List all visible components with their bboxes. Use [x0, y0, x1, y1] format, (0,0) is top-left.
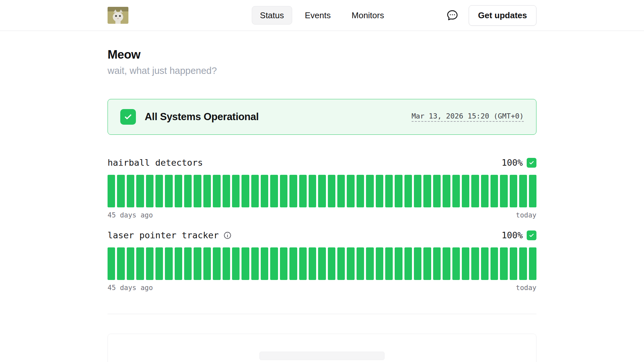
uptime-bar[interactable]: [203, 247, 211, 280]
tab-status[interactable]: Status: [252, 6, 292, 25]
uptime-bar[interactable]: [462, 175, 469, 207]
uptime-bar[interactable]: [280, 247, 287, 280]
uptime-bar[interactable]: [309, 175, 316, 207]
uptime-bar[interactable]: [490, 175, 498, 207]
uptime-bar[interactable]: [414, 175, 421, 207]
uptime-bar[interactable]: [357, 175, 364, 207]
uptime-bar[interactable]: [328, 247, 335, 280]
uptime-bar[interactable]: [127, 175, 134, 207]
uptime-bar[interactable]: [366, 175, 373, 207]
uptime-bar[interactable]: [395, 175, 402, 207]
uptime-bar[interactable]: [155, 175, 163, 207]
uptime-bar[interactable]: [261, 247, 268, 280]
uptime-bar[interactable]: [318, 175, 326, 207]
uptime-bar[interactable]: [462, 247, 469, 280]
uptime-bar[interactable]: [529, 247, 536, 280]
uptime-bar[interactable]: [203, 175, 211, 207]
uptime-bar[interactable]: [184, 247, 192, 280]
feedback-bubble-button[interactable]: [445, 8, 460, 22]
uptime-bar[interactable]: [385, 247, 393, 280]
uptime-bar[interactable]: [404, 175, 412, 207]
uptime-bar[interactable]: [261, 175, 268, 207]
uptime-bar[interactable]: [481, 247, 489, 280]
uptime-bar[interactable]: [481, 175, 489, 207]
uptime-bar[interactable]: [194, 247, 201, 280]
uptime-bar[interactable]: [136, 175, 144, 207]
uptime-bar[interactable]: [519, 247, 527, 280]
uptime-bar[interactable]: [136, 247, 144, 280]
tab-monitors[interactable]: Monitors: [344, 6, 392, 25]
uptime-bar[interactable]: [146, 175, 154, 207]
uptime-bar[interactable]: [423, 175, 431, 207]
uptime-bar[interactable]: [232, 175, 240, 207]
uptime-bar[interactable]: [376, 247, 383, 280]
uptime-bar[interactable]: [510, 247, 517, 280]
uptime-bar[interactable]: [443, 247, 450, 280]
uptime-bar[interactable]: [270, 175, 278, 207]
uptime-bar[interactable]: [289, 175, 297, 207]
uptime-bar[interactable]: [184, 175, 192, 207]
uptime-bar[interactable]: [146, 247, 154, 280]
uptime-bar[interactable]: [108, 175, 115, 207]
uptime-bar[interactable]: [223, 175, 230, 207]
uptime-bar[interactable]: [366, 247, 373, 280]
uptime-bar[interactable]: [299, 247, 307, 280]
uptime-bar[interactable]: [242, 175, 249, 207]
uptime-bar[interactable]: [175, 175, 182, 207]
uptime-bar[interactable]: [194, 175, 201, 207]
uptime-bar[interactable]: [318, 247, 326, 280]
uptime-bar[interactable]: [395, 247, 402, 280]
get-updates-button[interactable]: Get updates: [469, 5, 536, 26]
uptime-bar[interactable]: [500, 247, 507, 280]
uptime-bar[interactable]: [289, 247, 297, 280]
status-timestamp[interactable]: Mar 13, 2026 15:20 (GMT+0): [412, 112, 524, 122]
uptime-bar[interactable]: [223, 247, 230, 280]
uptime-bar[interactable]: [433, 175, 441, 207]
uptime-bar[interactable]: [404, 247, 412, 280]
tab-events[interactable]: Events: [297, 6, 339, 25]
uptime-bar[interactable]: [328, 175, 335, 207]
uptime-bar[interactable]: [251, 247, 259, 280]
uptime-bar[interactable]: [117, 175, 124, 207]
uptime-bar[interactable]: [309, 247, 316, 280]
info-icon[interactable]: [223, 231, 232, 240]
uptime-bar[interactable]: [127, 247, 134, 280]
uptime-bar[interactable]: [108, 247, 115, 280]
uptime-percentage: 100%: [502, 158, 523, 168]
uptime-bar[interactable]: [337, 247, 345, 280]
uptime-bar[interactable]: [213, 175, 220, 207]
uptime-bar[interactable]: [385, 175, 393, 207]
uptime-bar[interactable]: [280, 175, 287, 207]
uptime-bar[interactable]: [414, 247, 421, 280]
uptime-bar[interactable]: [529, 175, 536, 207]
uptime-bar[interactable]: [443, 175, 450, 207]
uptime-bar[interactable]: [165, 247, 172, 280]
uptime-bar[interactable]: [500, 175, 507, 207]
uptime-bar[interactable]: [433, 247, 441, 280]
uptime-bar[interactable]: [337, 175, 345, 207]
uptime-bar[interactable]: [452, 247, 460, 280]
uptime-bar[interactable]: [165, 175, 172, 207]
uptime-bar[interactable]: [471, 247, 479, 280]
uptime-bar[interactable]: [357, 247, 364, 280]
uptime-bar[interactable]: [213, 247, 220, 280]
uptime-bar[interactable]: [251, 175, 259, 207]
uptime-bar[interactable]: [117, 247, 124, 280]
uptime-bar[interactable]: [155, 247, 163, 280]
uptime-bar[interactable]: [347, 247, 354, 280]
uptime-bar[interactable]: [423, 247, 431, 280]
monitor-hairball-detectors: hairball detectors 100% 45 days ago toda…: [108, 158, 536, 219]
uptime-bar[interactable]: [232, 247, 240, 280]
uptime-bar[interactable]: [490, 247, 498, 280]
uptime-bar[interactable]: [347, 175, 354, 207]
uptime-bar[interactable]: [376, 175, 383, 207]
uptime-bar[interactable]: [471, 175, 479, 207]
uptime-bar[interactable]: [175, 247, 182, 280]
uptime-bar[interactable]: [270, 247, 278, 280]
uptime-bar[interactable]: [242, 247, 249, 280]
site-logo[interactable]: [108, 7, 128, 24]
uptime-bar[interactable]: [452, 175, 460, 207]
uptime-bar[interactable]: [299, 175, 307, 207]
uptime-bar[interactable]: [519, 175, 527, 207]
uptime-bar[interactable]: [510, 175, 517, 207]
